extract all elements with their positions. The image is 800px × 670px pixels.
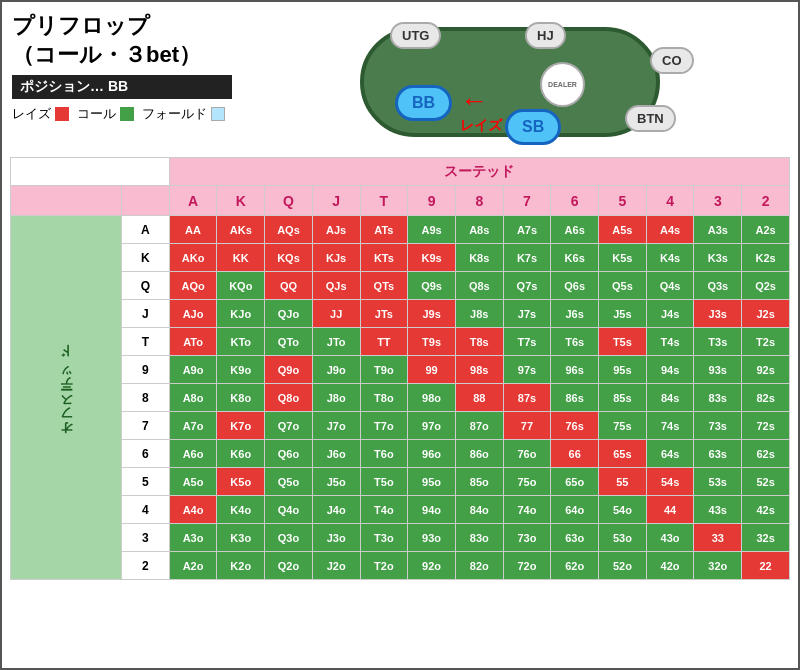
cell-J-3: J3s [694, 300, 742, 328]
cell-A-7: A7s [503, 216, 551, 244]
cell-4-8: 84o [455, 496, 503, 524]
cell-3-7: 73o [503, 524, 551, 552]
row-label: 5 [122, 468, 170, 496]
cell-6-K: K6o [217, 440, 265, 468]
table-diagram: UTG HJ CO DEALER BTN [330, 17, 690, 147]
co-label: CO [662, 53, 682, 68]
cell-T-4: T4s [646, 328, 694, 356]
cell-2-9: 92o [408, 552, 456, 580]
cell-8-Q: Q8o [265, 384, 313, 412]
raise-arrow: ← [460, 85, 488, 117]
utg-label: UTG [402, 28, 429, 43]
table-row: 9A9oK9oQ9oJ9oT9o9998s97s96s95s94s93s92s [11, 356, 790, 384]
row-label: 4 [122, 496, 170, 524]
cell-A-K: AKs [217, 216, 265, 244]
cell-J-4: J4s [646, 300, 694, 328]
cell-A-9: A9s [408, 216, 456, 244]
cell-8-8: 88 [455, 384, 503, 412]
cell-8-3: 83s [694, 384, 742, 412]
cell-5-2: 52s [742, 468, 790, 496]
cell-7-A: A7o [169, 412, 217, 440]
cell-6-8: 86o [455, 440, 503, 468]
cell-4-9: 94o [408, 496, 456, 524]
cell-A-Q: AQs [265, 216, 313, 244]
cell-T-K: KTo [217, 328, 265, 356]
cell-Q-K: KQo [217, 272, 265, 300]
cell-2-T: T2o [360, 552, 408, 580]
cell-8-T: T8o [360, 384, 408, 412]
cell-7-7: 77 [503, 412, 551, 440]
cell-5-K: K5o [217, 468, 265, 496]
cell-9-J: J9o [312, 356, 360, 384]
cell-A-A: AA [169, 216, 217, 244]
cell-8-J: J8o [312, 384, 360, 412]
row-label: 8 [122, 384, 170, 412]
cell-8-5: 85s [599, 384, 647, 412]
dealer-label: DEALER [548, 81, 577, 88]
cell-9-6: 96s [551, 356, 599, 384]
col-8: 8 [455, 186, 503, 216]
legend-raise-box [55, 107, 69, 121]
cell-7-8: 87o [455, 412, 503, 440]
cell-5-Q: Q5o [265, 468, 313, 496]
legend: レイズ コール フォールド [12, 105, 232, 123]
suited-header-row: スーテッド [11, 158, 790, 186]
cell-6-J: J6o [312, 440, 360, 468]
col-blank2 [122, 186, 170, 216]
cell-4-5: 54o [599, 496, 647, 524]
cell-3-2: 32s [742, 524, 790, 552]
cell-4-2: 42s [742, 496, 790, 524]
cell-A-3: A3s [694, 216, 742, 244]
cell-K-7: K7s [503, 244, 551, 272]
cell-7-6: 76s [551, 412, 599, 440]
suited-header: スーテッド [169, 158, 789, 186]
cell-K-Q: KQs [265, 244, 313, 272]
col-9: 9 [408, 186, 456, 216]
cell-7-3: 73s [694, 412, 742, 440]
cell-2-Q: Q2o [265, 552, 313, 580]
cell-8-K: K8o [217, 384, 265, 412]
cell-K-3: K3s [694, 244, 742, 272]
cell-7-9: 97o [408, 412, 456, 440]
table-row: 7A7oK7oQ7oJ7oT7o97o87o7776s75s74s73s72s [11, 412, 790, 440]
cell-9-8: 98s [455, 356, 503, 384]
cell-Q-J: QJs [312, 272, 360, 300]
cell-5-A: A5o [169, 468, 217, 496]
cell-Q-4: Q4s [646, 272, 694, 300]
cell-Q-2: Q2s [742, 272, 790, 300]
cell-Q-T: QTs [360, 272, 408, 300]
cell-K-T: KTs [360, 244, 408, 272]
cell-3-K: K3o [217, 524, 265, 552]
legend-call-label: コール [77, 105, 116, 123]
cell-J-7: J7s [503, 300, 551, 328]
row-label: 3 [122, 524, 170, 552]
position-sb: SB [505, 109, 561, 145]
cell-9-A: A9o [169, 356, 217, 384]
table-row: 6A6oK6oQ6oJ6oT6o96o86o76o6665s64s63s62s [11, 440, 790, 468]
sb-label: SB [522, 118, 544, 136]
cell-K-A: AKo [169, 244, 217, 272]
cell-2-8: 82o [455, 552, 503, 580]
top-section: プリフロップ （コール・３bet） ポジション… BB レイズ コール フォール… [2, 2, 798, 157]
cell-2-4: 42o [646, 552, 694, 580]
cell-7-2: 72s [742, 412, 790, 440]
column-header-row: A K Q J T 9 8 7 6 5 4 3 2 [11, 186, 790, 216]
table-row: QAQoKQoQQQJsQTsQ9sQ8sQ7sQ6sQ5sQ4sQ3sQ2s [11, 272, 790, 300]
diagram-area: UTG HJ CO DEALER BTN [232, 12, 788, 152]
cell-7-J: J7o [312, 412, 360, 440]
cell-2-5: 52o [599, 552, 647, 580]
col-K: K [217, 186, 265, 216]
cell-6-6: 66 [551, 440, 599, 468]
cell-J-A: AJo [169, 300, 217, 328]
cell-2-7: 72o [503, 552, 551, 580]
position-badge: ポジション… BB [12, 75, 232, 99]
cell-9-3: 93s [694, 356, 742, 384]
cell-6-A: A6o [169, 440, 217, 468]
cell-T-8: T8s [455, 328, 503, 356]
row-label: 9 [122, 356, 170, 384]
cell-Q-A: AQo [169, 272, 217, 300]
cell-K-4: K4s [646, 244, 694, 272]
cell-J-K: KJo [217, 300, 265, 328]
cell-J-5: J5s [599, 300, 647, 328]
cell-A-6: A6s [551, 216, 599, 244]
